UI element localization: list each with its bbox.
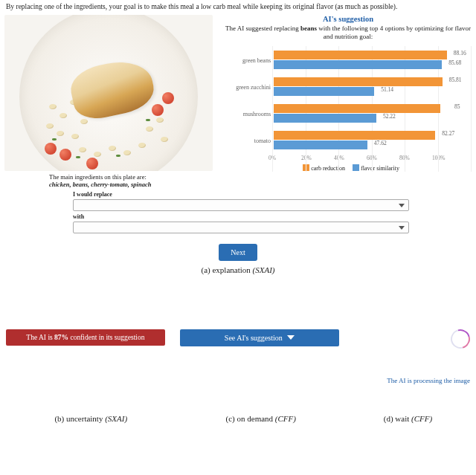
confidence-pill: The AI is 87% confident in its suggestio…: [6, 329, 165, 346]
task-instruction: By replacing one of the ingredients, you…: [0, 0, 476, 15]
chart-row: mushrooms8552.22: [226, 101, 470, 128]
x-axis: 0% 20% 40% 60% 80% 100%: [226, 155, 470, 161]
ai-column: AI's suggestion The AI suggested replaci…: [220, 15, 472, 189]
legend-swatch-flavor: [353, 164, 359, 171]
bar-value: 51.14: [381, 86, 393, 93]
bar-carb: 88.16: [274, 51, 447, 59]
caption-a: (a) explanation (SXAI): [0, 265, 476, 274]
spinner-icon: [447, 326, 474, 352]
bar-value: 88.16: [454, 50, 466, 56]
bar-flavor: 51.14: [274, 87, 374, 96]
chart-row: green beans88.1685.68: [226, 48, 470, 74]
chart-row: green zucchini85.8151.14: [226, 74, 470, 101]
panel-a: The main ingredients on this plate are: …: [0, 15, 476, 189]
sub-captions: (b) uncertainty (SXAI) (c) on demand (CF…: [0, 410, 476, 427]
suggestion-chart: green beans88.1685.68green zucchini85.81…: [225, 46, 472, 172]
bar-value: 52.22: [383, 113, 396, 120]
next-button[interactable]: Next: [219, 244, 257, 261]
see-suggestion-button[interactable]: See AI's suggestion: [180, 329, 339, 346]
with-label: with: [73, 213, 409, 220]
chart-category-label: green beans: [226, 57, 274, 64]
caption-c: (c) on demand (CFF): [176, 414, 347, 423]
food-image: [4, 15, 213, 171]
with-select[interactable]: [73, 222, 409, 233]
chart-category-label: tomato: [226, 138, 274, 144]
bar-flavor: 85.68: [274, 60, 442, 69]
bar-carb: 85: [274, 104, 440, 113]
chart-row: tomato82.2747.62: [226, 128, 470, 155]
panel-b: The AI is 87% confident in its suggestio…: [6, 329, 165, 346]
chart-legend: carb reduction flavor similarity: [226, 164, 470, 172]
ingredients-caption: The main ingredients on this plate are: …: [4, 171, 214, 189]
bar-value: 85: [454, 103, 460, 110]
chart-category-label: mushrooms: [226, 111, 274, 117]
panel-c: See AI's suggestion: [180, 329, 339, 346]
replace-label: I would replace: [73, 191, 409, 198]
bar-value: 85.68: [448, 59, 461, 66]
chevron-down-icon: [287, 335, 295, 340]
bar-flavor: 47.62: [274, 140, 367, 149]
replace-select[interactable]: [73, 199, 409, 211]
bar-flavor: 52.22: [274, 114, 376, 123]
food-column: The main ingredients on this plate are: …: [4, 15, 220, 189]
chart-category-label: green zucchini: [226, 84, 274, 91]
processing-text: The AI is processing the image: [354, 377, 470, 384]
ai-description: The AI suggested replacing beans with th…: [225, 25, 472, 42]
bar-value: 85.81: [449, 77, 462, 83]
bar-carb: 85.81: [274, 77, 443, 86]
ing-intro: The main ingredients on this plate are:: [49, 173, 147, 181]
bar-carb: 82.27: [274, 131, 435, 140]
caption-b: (b) uncertainty (SXAI): [6, 414, 176, 423]
caption-d: (d) wait (CFF): [346, 414, 470, 423]
bottom-panels: The AI is 87% confident in its suggestio…: [0, 329, 476, 384]
bar-value: 47.62: [374, 140, 387, 146]
panel-d: The AI is processing the image: [354, 329, 470, 384]
ai-title: AI's suggestion: [225, 15, 472, 23]
ing-list: chicken, beans, cherry-tomato, spinach: [49, 181, 151, 188]
replace-form: I would replace with: [0, 191, 476, 233]
bar-value: 82.27: [442, 130, 454, 137]
legend-swatch-carb: [303, 164, 309, 171]
